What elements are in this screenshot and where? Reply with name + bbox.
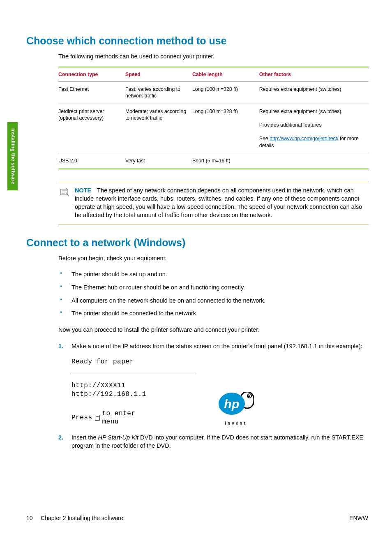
printer-panel-display: Ready for paper http://XXXX11 http://192…: [71, 358, 368, 426]
panel-press-pre: Press: [71, 414, 92, 422]
col-cable-length: Cable length: [192, 67, 259, 82]
note-body: The speed of any network connection depe…: [75, 187, 362, 218]
list-item: The printer should be set up and on.: [58, 268, 368, 281]
table-cell: Long (100 m=328 ft): [192, 81, 259, 104]
step-1-text: Make a note of the IP address from the s…: [71, 343, 362, 349]
proceed-text: Now you can proceed to install the print…: [58, 326, 368, 334]
table-cell: Moderate; varies according to network tr…: [125, 104, 192, 153]
table-row: USB 2.0Very fastShort (5 m=16 ft): [58, 153, 369, 169]
step-2-pre: Insert the: [71, 434, 98, 441]
step-2-kit-name: HP Start-Up Kit: [98, 434, 138, 441]
table-cell: Long (100 m=328 ft): [192, 104, 259, 153]
heading-choose-method: Choose which connection method to use: [26, 35, 368, 47]
page-number: 10: [26, 515, 33, 521]
col-connection-type: Connection type: [58, 67, 125, 82]
menu-button-icon: [95, 415, 100, 421]
table-cell: Jetdirect print server (optional accesso…: [58, 104, 125, 153]
svg-text:R: R: [248, 395, 251, 398]
panel-line-host: http://XXXX11: [71, 382, 195, 390]
panel-press-post: to enter menu: [102, 409, 136, 426]
panel-line-ready: Ready for paper: [71, 358, 195, 366]
hp-logo-block: hp R invent: [211, 392, 261, 426]
list-item: All computers on the network should be o…: [58, 294, 368, 308]
step-2: Insert the HP Start-Up Kit DVD into your…: [58, 431, 368, 452]
list-item: The Ethernet hub or router should be on …: [58, 281, 368, 294]
table-row: Fast EthernetFast; varies according to n…: [58, 81, 369, 104]
steps-list: Make a note of the IP address from the s…: [58, 340, 368, 452]
jetdirect-link[interactable]: http://www.hp.com/go/jetdirect/: [270, 136, 338, 141]
svg-text:hp: hp: [224, 397, 240, 411]
table-row: Jetdirect print server (optional accesso…: [58, 104, 369, 153]
footer-right: ENWW: [349, 515, 368, 521]
table-cell: Short (5 m=16 ft): [192, 153, 259, 169]
note-text: NOTE The speed of any network connection…: [75, 186, 369, 219]
note-icon: [58, 186, 75, 200]
chapter-label: Chapter 2 Installing the software: [41, 515, 123, 521]
connection-table: Connection type Speed Cable length Other…: [58, 67, 369, 169]
note-block: NOTE The speed of any network connection…: [58, 182, 369, 224]
prereq-list: The printer should be set up and on.The …: [58, 268, 368, 320]
panel-line-ip: http://192.168.1.1: [71, 390, 195, 399]
intro-connect: Before you begin, check your equipment:: [58, 254, 368, 263]
table-cell: Fast; varies according to network traffi…: [125, 81, 192, 104]
table-cell-other: [259, 153, 369, 169]
side-tab-installing-software: Installing the software: [7, 122, 18, 190]
col-speed: Speed: [125, 67, 192, 82]
table-cell: USB 2.0: [58, 153, 125, 169]
heading-connect-network: Connect to a network (Windows): [26, 237, 368, 249]
step-1: Make a note of the IP address from the s…: [58, 340, 368, 428]
hp-logo-icon: hp R: [218, 392, 254, 418]
table-cell-other: Requires extra equipment (switches): [259, 81, 369, 104]
list-item: The printer should be connected to the n…: [58, 307, 368, 320]
table-header-row: Connection type Speed Cable length Other…: [58, 67, 369, 82]
col-other-factors: Other factors: [259, 67, 369, 82]
panel-divider: [71, 374, 195, 374]
note-label: NOTE: [75, 187, 91, 194]
table-cell: Very fast: [125, 153, 192, 169]
intro-choose: The following methods can be used to con…: [58, 53, 368, 61]
page-footer: 10 Chapter 2 Installing the software ENW…: [26, 515, 368, 521]
hp-invent-label: invent: [211, 421, 261, 426]
table-cell: Fast Ethernet: [58, 81, 125, 104]
table-cell-other: Requires extra equipment (switches)Provi…: [259, 104, 369, 153]
